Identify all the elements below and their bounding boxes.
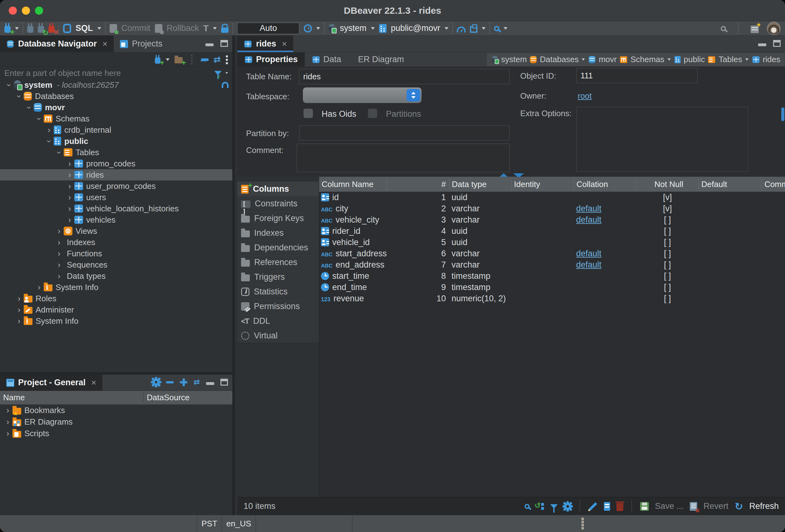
user-avatar[interactable]: [767, 22, 781, 35]
chevron-icon[interactable]: [3, 417, 12, 427]
transaction-history-icon[interactable]: [304, 24, 312, 32]
refresh-icon[interactable]: [735, 501, 743, 511]
subsection-tab[interactable]: References: [237, 255, 319, 270]
owner-link[interactable]: root: [578, 91, 592, 101]
close-tab-icon[interactable]: ×: [91, 378, 96, 388]
chevron-icon[interactable]: [15, 92, 24, 101]
column-header-default[interactable]: Default: [699, 179, 762, 189]
quick-search-icon[interactable]: [721, 26, 726, 31]
dashboard-icon[interactable]: [457, 27, 465, 32]
cell-notnull[interactable]: [ ]: [636, 282, 699, 292]
breadcrumb-item[interactable]: public: [674, 55, 705, 64]
editor-subtab[interactable]: Properties: [237, 52, 305, 67]
partition-by-input[interactable]: [299, 126, 510, 141]
tree-item[interactable]: Administer: [0, 304, 232, 315]
chevron-icon[interactable]: [34, 114, 44, 124]
lock-icon[interactable]: [221, 27, 229, 33]
tasks-icon[interactable]: [470, 26, 477, 33]
tab-rides-editor[interactable]: rides ×: [237, 35, 293, 52]
new-connection-icon[interactable]: [155, 57, 160, 64]
chevron-icon[interactable]: [24, 103, 34, 112]
refresh-button[interactable]: Refresh: [749, 501, 779, 511]
subsection-tab[interactable]: Statistics: [237, 284, 319, 299]
stepper-icon[interactable]: [407, 89, 420, 101]
disconnect-icon[interactable]: [48, 26, 55, 33]
collapse-all-icon[interactable]: [201, 58, 209, 61]
chevron-icon[interactable]: [54, 249, 64, 258]
chevron-icon[interactable]: [34, 282, 44, 292]
chevron-icon[interactable]: [65, 193, 74, 202]
chevron-icon[interactable]: [65, 159, 74, 169]
edit-icon[interactable]: [589, 502, 597, 510]
minimize-panel-icon[interactable]: [206, 382, 214, 385]
tree-item[interactable]: Indexes: [0, 237, 232, 248]
configuration-icon[interactable]: [751, 26, 759, 33]
chevron-icon[interactable]: [44, 125, 54, 135]
new-folder-icon[interactable]: [175, 57, 183, 64]
breadcrumb-dropdown[interactable]: [667, 58, 671, 60]
sql-editor-button[interactable]: SQL: [76, 23, 93, 33]
tree-item[interactable]: promo_codes: [0, 158, 232, 169]
extra-options-box[interactable]: [576, 107, 748, 172]
tree-item[interactable]: Views: [0, 225, 232, 237]
breadcrumb-item[interactable]: system: [491, 55, 527, 64]
filter-dropdown[interactable]: [225, 72, 228, 74]
minimize-panel-icon[interactable]: [205, 43, 213, 46]
tree-item[interactable]: users: [0, 192, 232, 203]
delete-icon[interactable]: [616, 503, 623, 511]
table-row[interactable]: start_address 6 varchar default [ ]: [319, 248, 785, 259]
column-header-datasource[interactable]: DataSource: [143, 393, 189, 402]
filter-icon[interactable]: [550, 504, 558, 509]
chevron-icon[interactable]: [44, 136, 54, 146]
subsection-tab[interactable]: Triggers: [237, 270, 319, 284]
collapse-icon[interactable]: [166, 381, 174, 383]
new-connection-icon[interactable]: [4, 26, 10, 33]
comment-textarea[interactable]: [297, 144, 510, 172]
column-header-comment[interactable]: Comm: [762, 179, 785, 189]
editor-subtab[interactable]: Data: [305, 52, 348, 67]
column-header-collation[interactable]: Collation: [574, 179, 636, 189]
breadcrumb-dropdown[interactable]: [745, 58, 749, 60]
chevron-icon[interactable]: [15, 316, 24, 326]
subsection-tab[interactable]: Columns: [237, 182, 319, 196]
tab-project-general[interactable]: Project - General ×: [0, 375, 102, 390]
partitions-checkbox[interactable]: [368, 109, 377, 118]
locale-indicator[interactable]: en_US: [221, 515, 255, 532]
chevron-icon[interactable]: [4, 80, 14, 90]
search-dropdown[interactable]: [504, 27, 507, 30]
chevron-icon[interactable]: [54, 260, 64, 270]
table-row[interactable]: vehicle_city 3 varchar default [ ]: [319, 214, 785, 225]
chevron-icon[interactable]: [54, 226, 64, 236]
expand-icon[interactable]: [180, 381, 187, 383]
statusbar-grip[interactable]: [581, 517, 584, 520]
active-connection-selector[interactable]: system: [340, 23, 366, 33]
subsection-tab[interactable]: Indexes: [237, 226, 319, 240]
connect-icon[interactable]: [27, 26, 33, 33]
timezone-indicator[interactable]: PST: [197, 515, 221, 532]
tree-item[interactable]: Schemas: [0, 113, 232, 124]
has-oids-checkbox[interactable]: [304, 109, 313, 118]
breadcrumb-item[interactable]: rides: [752, 55, 780, 64]
link-with-editor-icon[interactable]: [213, 55, 221, 64]
project-tree-item[interactable]: Bookmarks: [0, 405, 232, 416]
cell-notnull[interactable]: [v]: [636, 204, 699, 213]
sql-editor-icon[interactable]: [63, 24, 71, 33]
tab-database-navigator[interactable]: Database Navigator ×: [0, 35, 113, 52]
tablespace-combo[interactable]: [303, 87, 422, 103]
tree-item[interactable]: public: [0, 135, 232, 147]
table-row[interactable]: vehicle_id 5 uuid [ ]: [319, 237, 785, 248]
cell-collation[interactable]: default: [576, 204, 601, 213]
filter-icon[interactable]: [214, 71, 222, 75]
maximize-panel-icon[interactable]: [221, 40, 228, 47]
rollback-button[interactable]: Rollback: [167, 23, 199, 33]
tab-projects[interactable]: Projects: [113, 35, 169, 52]
connection-dropdown[interactable]: [371, 27, 375, 30]
column-header-datatype[interactable]: Data type: [449, 179, 511, 189]
schema-dropdown[interactable]: [445, 27, 448, 30]
chevron-icon[interactable]: [15, 294, 24, 303]
cell-collation[interactable]: default: [576, 260, 601, 270]
tree-item[interactable]: system - localhost:26257: [0, 79, 232, 91]
invalidate-connection-icon[interactable]: [38, 26, 44, 33]
sql-editor-dropdown[interactable]: [97, 27, 101, 30]
chevron-icon[interactable]: [54, 148, 64, 157]
